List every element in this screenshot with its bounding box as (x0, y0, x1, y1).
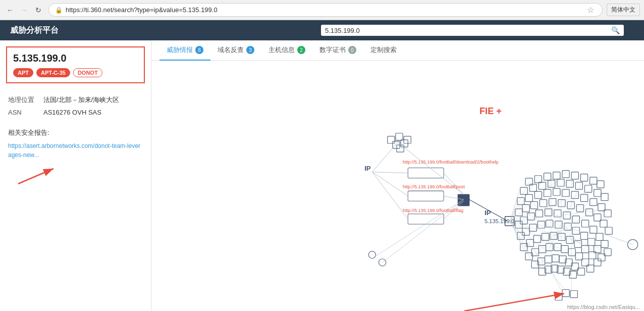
address-text: https://ti.360.net/search?type=ip&value=… (66, 6, 585, 14)
graph-area: IP 5.135.199.0 (151, 61, 644, 311)
tags: APT APT-C-35 DONOT (13, 68, 138, 77)
tab-host-info-label: 主机信息 (269, 45, 295, 55)
app-navbar: 威胁分析平台 🔍 (0, 20, 644, 40)
ip-card: 5.135.199.0 APT APT-C-35 DONOT (6, 46, 145, 83)
bookmark-button[interactable]: ☆ (585, 5, 596, 15)
main-content: 威胁情报 8 域名反查 3 主机信息 2 数字证书 0 定制搜索 (151, 40, 644, 311)
red-arrow-graph (464, 294, 564, 311)
forward-button[interactable]: → (18, 4, 30, 16)
tag-donot: DONOT (73, 68, 102, 77)
report-link[interactable]: https://asert.arbornetworks.com/donot-te… (8, 141, 143, 160)
ip-value-right: 5.135.199.0 (485, 218, 514, 224)
status-url: https://blog.csdn.net/Easiqu... (567, 304, 640, 310)
tab-custom-search[interactable]: 定制搜索 (363, 40, 404, 61)
reload-button[interactable]: ↻ (32, 4, 44, 16)
svg-line-32 (510, 221, 566, 292)
app-layout: 威胁分析平台 🔍 5.135.199.0 APT APT-C-35 DONOT … (0, 20, 644, 311)
nav-buttons: ← → ↻ (4, 4, 44, 16)
reports-title: 相关安全报告: (8, 128, 143, 137)
tag-apt-c35: APT-C-35 (36, 68, 70, 77)
svg-line-35 (605, 234, 633, 244)
tab-threat-intel[interactable]: 威胁情报 8 (159, 40, 210, 61)
ip-title: 5.135.199.0 (13, 53, 138, 64)
svg-rect-2 (152, 61, 159, 68)
svg-line-40 (444, 173, 463, 195)
url-label-2: http://5.135.199.0/football/post (403, 184, 465, 189)
content-area: 5.135.199.0 APT APT-C-35 DONOT 地理位置 法国/北… (0, 40, 644, 311)
tab-host-info[interactable]: 主机信息 2 (261, 40, 312, 61)
svg-line-37 (372, 172, 408, 173)
tab-domain-lookup-badge: 3 (246, 46, 254, 54)
browser-toolbar: ← → ↻ 🔒 https://ti.360.net/search?type=i… (0, 0, 644, 20)
network-graph: IP 5.135.199.0 (151, 61, 644, 311)
geo-value: 法国/北部－加来/海峡大区 (43, 95, 119, 105)
status-bar: https://blog.csdn.net/Easiqu... (563, 303, 644, 311)
fie-label: FIE + (479, 106, 502, 116)
tag-apt: APT (13, 68, 33, 77)
back-button[interactable]: ← (4, 4, 16, 16)
svg-line-7 (510, 172, 566, 221)
ip-label-left: IP (364, 165, 371, 172)
url-label-1: http://5.135.199.0/football/download/2/b… (403, 160, 498, 165)
tab-cert[interactable]: 数字证书 0 (312, 40, 363, 61)
meta-section: 地理位置 法国/北部－加来/海峡大区 ASN AS16276 OVH SAS (0, 89, 151, 126)
sidebar: 5.135.199.0 APT APT-C-35 DONOT 地理位置 法国/北… (0, 40, 151, 311)
central-hub (458, 194, 469, 205)
arrow-annotation (8, 164, 143, 189)
svg-point-3 (151, 61, 156, 64)
language-button[interactable]: 简体中文 (607, 4, 640, 16)
tab-threat-intel-label: 威胁情报 (167, 45, 193, 55)
lock-icon: 🔒 (55, 7, 63, 14)
asn-value: AS16276 OVH SAS (43, 109, 101, 116)
asn-label: ASN (8, 109, 43, 116)
asn-row: ASN AS16276 OVH SAS (8, 109, 143, 116)
svg-line-1 (18, 169, 53, 184)
reports-section: 相关安全报告: https://asert.arbornetworks.com/… (0, 126, 151, 195)
url-node-1 (408, 168, 444, 178)
app-title: 威胁分析平台 (10, 25, 59, 36)
geo-row: 地理位置 法国/北部－加来/海峡大区 (8, 95, 143, 105)
tab-domain-lookup[interactable]: 域名反查 3 (210, 40, 261, 61)
svg-line-13 (510, 221, 571, 272)
browser-chrome: ← → ↻ 🔒 https://ti.360.net/search?type=i… (0, 0, 644, 20)
tab-cert-label: 数字证书 (319, 45, 346, 55)
search-box[interactable]: 🔍 (321, 25, 624, 36)
tab-host-info-badge: 2 (297, 46, 305, 54)
svg-line-36 (372, 142, 398, 172)
tabs-bar: 威胁情报 8 域名反查 3 主机信息 2 数字证书 0 定制搜索 (151, 40, 644, 61)
tab-threat-intel-badge: 8 (195, 46, 203, 54)
outer-node-right (628, 239, 638, 249)
url-node-2 (408, 191, 444, 201)
arrow-svg (8, 164, 69, 189)
tab-cert-badge: 0 (348, 46, 356, 54)
tab-custom-search-label: 定制搜索 (370, 45, 397, 55)
search-button[interactable]: 🔍 (611, 26, 620, 34)
tab-domain-lookup-label: 域名反查 (218, 45, 244, 55)
url-label-3: http://5.135.199.0/football/flag (403, 208, 463, 213)
geo-label: 地理位置 (8, 95, 43, 105)
search-input[interactable] (325, 27, 611, 34)
cluster-lines (510, 172, 605, 272)
address-bar[interactable]: 🔒 https://ti.360.net/search?type=ip&valu… (48, 3, 603, 17)
svg-line-6 (510, 177, 539, 221)
